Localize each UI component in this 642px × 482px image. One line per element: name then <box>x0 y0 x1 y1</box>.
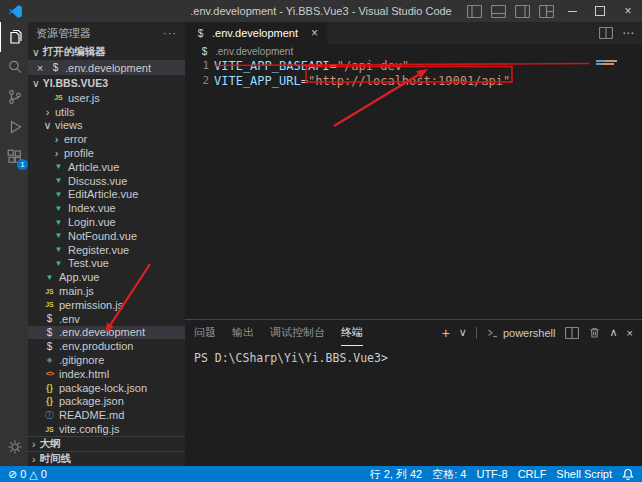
file-name: vite.config.js <box>59 423 120 435</box>
tree-item[interactable]: ▼ Register.vue <box>28 243 185 257</box>
status-cursor-position[interactable]: 行 2, 列 42 <box>370 467 423 482</box>
line-number: 1 <box>185 59 209 72</box>
extensions-tab[interactable]: 1 <box>0 142 29 172</box>
panel-tab[interactable]: 终端 <box>341 320 363 346</box>
tab-env-development[interactable]: $ .env.development <box>185 22 327 44</box>
gear-icon <box>6 438 24 456</box>
project-section[interactable]: YI.BBS.VUE3 <box>28 75 185 91</box>
file-name: package-lock.json <box>59 382 147 394</box>
panel-tab[interactable]: 输出 <box>232 320 254 346</box>
editor-code-area[interactable]: 1 VITE_APP_BASEAPI="/api-dev" 2 VITE_APP… <box>185 58 642 319</box>
file-name: Test.vue <box>68 257 109 269</box>
tree-item[interactable]: JS permission.js <box>28 298 185 312</box>
status-eol[interactable]: CRLF <box>518 468 547 480</box>
tree-item[interactable]: views <box>28 119 185 133</box>
customize-layout-icon[interactable] <box>534 0 558 22</box>
status-language[interactable]: Shell Script <box>556 468 612 480</box>
file-name: README.md <box>59 409 124 421</box>
split-editor-icon[interactable] <box>599 27 613 39</box>
settings-gear[interactable] <box>0 432 29 462</box>
status-indentation[interactable]: 空格: 4 <box>432 467 466 482</box>
file-type-icon: ▼ <box>52 218 65 227</box>
status-problems[interactable]: 0 0 <box>8 468 47 481</box>
tree-item[interactable]: {} package-lock.json <box>28 381 185 395</box>
tree-item[interactable]: $ .env <box>28 312 185 326</box>
panel-tab[interactable]: 问题 <box>194 320 216 346</box>
run-debug-tab[interactable] <box>0 112 29 142</box>
search-tab[interactable] <box>0 52 29 82</box>
tree-item[interactable]: ⓘ README.md <box>28 408 185 422</box>
terminal-profile-dropdown-icon[interactable] <box>459 326 467 339</box>
tree-item[interactable]: <> index.html <box>28 367 185 381</box>
code-line[interactable]: 1 VITE_APP_BASEAPI="/api-dev" <box>185 58 642 73</box>
toggle-secondary-sidebar-icon[interactable] <box>510 0 534 22</box>
split-terminal-icon[interactable] <box>565 327 579 339</box>
file-name: .env <box>59 313 80 325</box>
code-line[interactable]: 2 VITE_APP_URL="http://localhost:19001/a… <box>185 73 642 88</box>
notifications-bell-icon[interactable] <box>622 468 634 481</box>
tree-item[interactable]: ▼ Test.vue <box>28 257 185 271</box>
new-terminal-icon[interactable] <box>442 325 450 341</box>
minimap-line-2 <box>596 63 614 65</box>
source-control-tab[interactable] <box>0 82 29 112</box>
outline-section[interactable]: 大纲 <box>28 436 185 451</box>
tree-item[interactable]: JS user.js <box>28 91 185 105</box>
tree-item[interactable]: JS main.js <box>28 284 185 298</box>
maximize-button[interactable] <box>586 0 614 22</box>
close-panel-icon[interactable] <box>627 327 633 339</box>
editor-area: $ .env.development $ .env.development 1 <box>185 22 642 466</box>
tree-item[interactable]: ▼ Login.vue <box>28 215 185 229</box>
tree-item[interactable]: ▼ Discuss.vue <box>28 174 185 188</box>
explorer-tab[interactable] <box>0 22 29 52</box>
tree-item[interactable]: ▼ Index.vue <box>28 201 185 215</box>
close-editor-icon[interactable] <box>34 62 46 74</box>
panel-tab[interactable]: 调试控制台 <box>270 320 325 346</box>
tree-item[interactable]: ▼ App.vue <box>28 270 185 284</box>
editor-more-actions-icon[interactable] <box>622 26 634 40</box>
toggle-sidebar-icon[interactable] <box>462 0 486 22</box>
tree-item[interactable]: utils <box>28 105 185 119</box>
file-type-icon: ◆ <box>43 356 56 364</box>
minimap[interactable] <box>596 60 618 66</box>
tree-item[interactable]: ▼ EditArticle.vue <box>28 188 185 202</box>
terminal-prompt: PS D:\CSharp\Yi\Yi.BBS.Vue3> <box>194 351 388 365</box>
errors-icon <box>8 468 17 481</box>
tree-item[interactable]: ▼ Article.vue <box>28 160 185 174</box>
maximize-panel-icon[interactable] <box>610 326 618 339</box>
tree-item[interactable]: $ .env.production <box>28 339 185 353</box>
close-tab-icon[interactable] <box>311 26 318 40</box>
close-window-button[interactable]: × <box>614 0 642 22</box>
file-name: .env.development <box>59 326 145 338</box>
open-editor-item[interactable]: $ .env.development <box>28 60 185 75</box>
extensions-badge: 1 <box>17 159 28 170</box>
vscode-logo-icon <box>8 4 23 19</box>
file-type-icon: ▼ <box>52 162 65 171</box>
tree-item[interactable]: {} package.json <box>28 395 185 409</box>
tree-item[interactable]: $ .env.development <box>28 326 185 340</box>
file-type-icon: $ <box>43 313 56 324</box>
tree-item[interactable]: JS vite.config.js <box>28 422 185 436</box>
tree-item[interactable]: profile <box>28 146 185 160</box>
breadcrumb[interactable]: $ .env.development <box>185 44 642 58</box>
kill-terminal-trash-icon[interactable] <box>588 326 601 339</box>
timeline-section[interactable]: 时间线 <box>28 451 185 466</box>
open-editor-file-name: .env.development <box>65 62 151 74</box>
file-type-icon: {} <box>43 383 56 393</box>
tree-item[interactable]: error <box>28 132 185 146</box>
terminal-content[interactable]: PS D:\CSharp\Yi\Yi.BBS.Vue3> <box>185 345 642 466</box>
open-editors-section[interactable]: 打开的编辑器 <box>28 44 185 60</box>
env-file-icon: $ <box>194 28 207 39</box>
terminal-powershell-item[interactable]: powershell <box>486 327 556 339</box>
file-name: .env.production <box>59 340 133 352</box>
file-name: App.vue <box>59 271 99 283</box>
status-encoding[interactable]: UTF-8 <box>476 468 507 480</box>
file-type-icon: ▼ <box>52 245 65 254</box>
tree-item[interactable]: ▼ NotFound.vue <box>28 229 185 243</box>
minimize-button[interactable] <box>558 0 586 22</box>
file-type-icon: JS <box>43 301 56 308</box>
file-type-icon: ▼ <box>52 190 65 199</box>
toggle-panel-icon[interactable] <box>486 0 510 22</box>
folder-chevron-icon <box>43 106 52 118</box>
tree-item[interactable]: ◆ .gitignore <box>28 353 185 367</box>
explorer-more-actions-icon[interactable] <box>163 27 177 39</box>
